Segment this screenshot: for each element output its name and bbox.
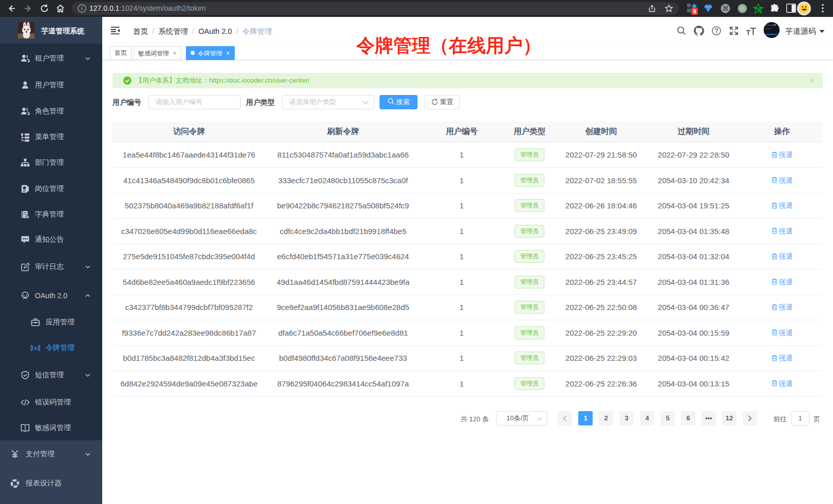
svg-text:⌘: ⌘ — [722, 5, 729, 12]
svg-text:a: a — [34, 345, 37, 351]
svg-text:9: 9 — [693, 9, 696, 14]
